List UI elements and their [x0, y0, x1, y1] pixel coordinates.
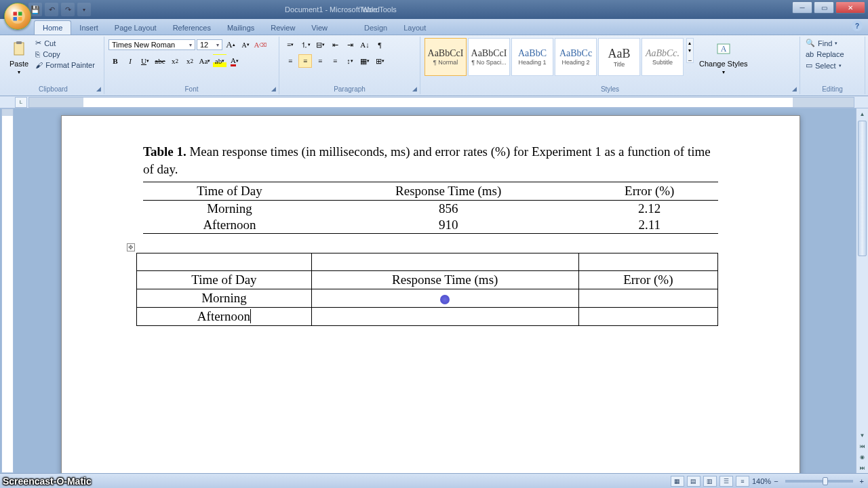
line-spacing-button[interactable]: ↕▾ [343, 54, 357, 68]
tab-selector[interactable]: L [15, 97, 27, 108]
change-case-button[interactable]: Aa▾ [198, 54, 212, 68]
tab-review[interactable]: Review [262, 21, 303, 35]
tab-references[interactable]: References [165, 21, 219, 35]
maximize-button[interactable]: ▭ [814, 1, 834, 14]
style-heading1[interactable]: AaBbCHeading 1 [511, 38, 553, 76]
replace-button[interactable]: abReplace [804, 49, 846, 59]
scroll-thumb[interactable] [858, 121, 867, 256]
qat-customize[interactable]: ▾ [77, 3, 91, 16]
borders-button[interactable]: ⊞▾ [373, 54, 387, 68]
justify-button[interactable]: ≡ [328, 54, 342, 68]
subscript-button[interactable]: x2 [168, 54, 182, 68]
tab-page-layout[interactable]: Page Layout [106, 21, 165, 35]
zoom-knob[interactable] [823, 477, 828, 485]
ribbon-tabs: Home Insert Page Layout References Maili… [0, 19, 868, 35]
grow-font-button[interactable]: A▴ [224, 38, 237, 52]
office-button[interactable] [4, 3, 31, 30]
paragraph-launcher[interactable]: ◢ [410, 85, 418, 93]
minimize-button[interactable]: ─ [792, 1, 812, 14]
tab-view[interactable]: View [303, 21, 336, 35]
qat-undo[interactable]: ↶ [45, 3, 58, 16]
styles-scroll[interactable]: ▴▾⎯ [686, 38, 694, 63]
style-heading2[interactable]: AaBbCcHeading 2 [555, 38, 597, 76]
page[interactable]: Table 1. Mean response times (in millise… [61, 115, 800, 473]
cut-icon: ✂ [35, 39, 41, 47]
italic-button[interactable]: I [123, 54, 137, 68]
styles-launcher[interactable]: ◢ [790, 85, 798, 93]
zoom-level[interactable]: 140% [752, 477, 771, 485]
tab-home[interactable]: Home [34, 20, 71, 35]
shading-button[interactable]: ▦▾ [358, 54, 372, 68]
decrease-indent-button[interactable]: ⇤ [328, 38, 342, 52]
sort-button[interactable]: A↓ [358, 38, 372, 52]
view-draft[interactable]: ≡ [736, 476, 749, 487]
show-marks-button[interactable]: ¶ [373, 38, 387, 52]
scroll-up[interactable]: ▲ [856, 108, 868, 119]
view-outline[interactable]: ☰ [719, 476, 733, 487]
style-subtitle[interactable]: AaBbCc.Subtitle [642, 38, 684, 76]
zoom-in[interactable]: + [860, 477, 864, 485]
align-center-button[interactable]: ≡ [298, 54, 312, 68]
table-move-handle[interactable]: ✥ [127, 243, 135, 251]
style-title[interactable]: AaBTitle [598, 38, 640, 76]
horizontal-ruler-bar: L [0, 96, 868, 108]
font-size-combo[interactable]: 12▾ [197, 39, 222, 50]
view-web[interactable]: ▥ [703, 476, 717, 487]
table-caption: Table 1. Mean response times (in millise… [143, 143, 718, 178]
browse-object[interactable]: ◉ [856, 451, 868, 462]
numbering-button[interactable]: ⒈▾ [298, 38, 312, 52]
font-color-button[interactable]: A▾ [228, 54, 241, 68]
clear-format-button[interactable]: A⌫ [254, 38, 267, 52]
editing-label: Editing [804, 84, 861, 93]
align-right-button[interactable]: ≡ [313, 54, 327, 68]
strike-button[interactable]: abc [153, 54, 167, 68]
zoom-slider[interactable] [785, 480, 853, 483]
vertical-ruler[interactable] [1, 108, 14, 473]
horizontal-ruler[interactable] [28, 97, 854, 108]
table-2[interactable]: Time of Day Response Time (ms) Error (%)… [136, 253, 718, 326]
style-normal[interactable]: AaBbCcI¶ Normal [425, 38, 467, 76]
format-painter-button[interactable]: 🖌Format Painter [34, 60, 96, 70]
change-styles-button[interactable]: A Change Styles ▾ [696, 38, 751, 77]
group-font: Times New Roman▾ 12▾ A▴ A▾ A⌫ B I U▾ abc… [104, 37, 279, 94]
bullets-button[interactable]: ≡▾ [283, 38, 297, 52]
svg-rect-1 [14, 12, 17, 16]
align-left-button[interactable]: ≡ [283, 54, 297, 68]
prev-page[interactable]: ⏮ [856, 441, 868, 451]
increase-indent-button[interactable]: ⇥ [343, 38, 357, 52]
shrink-font-button[interactable]: A▾ [239, 38, 252, 52]
find-button[interactable]: 🔍Find▾ [804, 38, 839, 48]
superscript-button[interactable]: x2 [183, 54, 197, 68]
tab-layout[interactable]: Layout [395, 21, 434, 35]
group-paragraph: ≡▾ ⒈▾ ⊟▾ ⇤ ⇥ A↓ ¶ ≡ ≡ ≡ ≡ ↕▾ ▦▾ ⊞▾ Parag… [279, 37, 420, 94]
qat-redo[interactable]: ↷ [61, 3, 75, 16]
tab-design[interactable]: Design [356, 21, 395, 35]
zoom-out[interactable]: − [774, 477, 778, 485]
vertical-scrollbar[interactable]: ▲ ▼ ⏮ ◉ ⏭ [856, 108, 868, 473]
multilevel-button[interactable]: ⊟▾ [313, 38, 327, 52]
window-title: Document1 - Microsoft Word [122, 5, 542, 14]
view-print-layout[interactable]: ▦ [671, 476, 684, 487]
styles-gallery[interactable]: AaBbCcI¶ Normal AaBbCcI¶ No Spaci... AaB… [425, 38, 684, 76]
style-nospacing[interactable]: AaBbCcI¶ No Spaci... [468, 38, 510, 76]
tab-mailings[interactable]: Mailings [219, 21, 262, 35]
help-icon[interactable]: ? [852, 20, 863, 31]
cut-button[interactable]: ✂Cut [34, 38, 96, 48]
font-launcher[interactable]: ◢ [269, 85, 277, 93]
close-button[interactable]: ✕ [835, 1, 865, 14]
tab-insert[interactable]: Insert [71, 21, 106, 35]
clipboard-launcher[interactable]: ◢ [94, 85, 102, 93]
select-button[interactable]: ▭Select▾ [804, 60, 843, 70]
underline-button[interactable]: U▾ [138, 54, 152, 68]
font-name-combo[interactable]: Times New Roman▾ [108, 39, 195, 50]
bold-button[interactable]: B [108, 54, 122, 68]
copy-button[interactable]: ⎘Copy [34, 49, 96, 59]
group-editing: 🔍Find▾ abReplace ▭Select▾ Editing [800, 37, 865, 94]
paste-button[interactable]: Paste ▾ [7, 38, 31, 77]
paste-icon [9, 39, 28, 58]
view-full-screen[interactable]: ▤ [687, 476, 701, 487]
highlight-button[interactable]: ab▾ [213, 54, 226, 68]
scroll-down[interactable]: ▼ [856, 430, 868, 441]
next-page[interactable]: ⏭ [856, 462, 868, 473]
clipboard-label: Clipboard [7, 84, 100, 93]
